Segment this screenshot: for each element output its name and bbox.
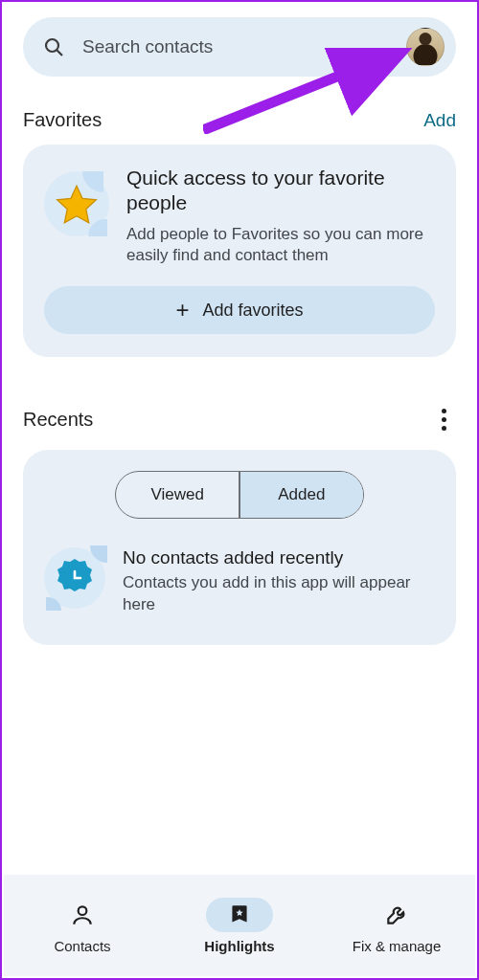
svg-line-1 — [57, 51, 63, 56]
nav-highlights-label: Highlights — [204, 938, 274, 954]
add-favorites-label: Add favorites — [202, 301, 303, 321]
favorites-card: Quick access to your favorite people Add… — [23, 145, 456, 357]
nav-contacts-label: Contacts — [54, 938, 110, 954]
nav-fix-manage[interactable]: Fix & manage — [318, 875, 475, 976]
bottom-nav: Contacts Highlights Fix & manage — [4, 875, 475, 976]
recents-empty-title: No contacts added recently — [123, 547, 435, 568]
segment-viewed[interactable]: Viewed — [116, 472, 239, 518]
overflow-menu-icon[interactable] — [432, 403, 456, 436]
recents-segment: Viewed Added — [115, 471, 364, 519]
svg-point-4 — [79, 906, 87, 915]
recents-empty-body: Contacts you add in this app will appear… — [123, 572, 435, 616]
plus-icon: + — [175, 299, 189, 322]
clock-badge-icon — [44, 547, 105, 609]
recents-heading: Recents — [23, 409, 93, 431]
nav-fix-label: Fix & manage — [353, 938, 442, 954]
add-favorites-button[interactable]: + Add favorites — [44, 286, 435, 334]
favorites-card-title: Quick access to your favorite people — [126, 166, 435, 216]
search-bar[interactable]: Search contacts — [23, 17, 456, 77]
nav-contacts[interactable]: Contacts — [4, 875, 161, 976]
segment-added[interactable]: Added — [240, 472, 363, 518]
search-placeholder: Search contacts — [82, 36, 406, 57]
nav-highlights[interactable]: Highlights — [161, 875, 318, 976]
search-icon — [42, 35, 65, 58]
favorites-heading: Favorites — [23, 109, 102, 131]
favorites-add-link[interactable]: Add — [423, 110, 456, 131]
recents-card: Viewed Added No contacts added recently … — [23, 450, 456, 645]
svg-point-0 — [46, 39, 58, 52]
favorites-card-body: Add people to Favorites so you can more … — [126, 224, 435, 268]
star-icon — [44, 171, 109, 236]
account-avatar[interactable] — [406, 28, 445, 66]
